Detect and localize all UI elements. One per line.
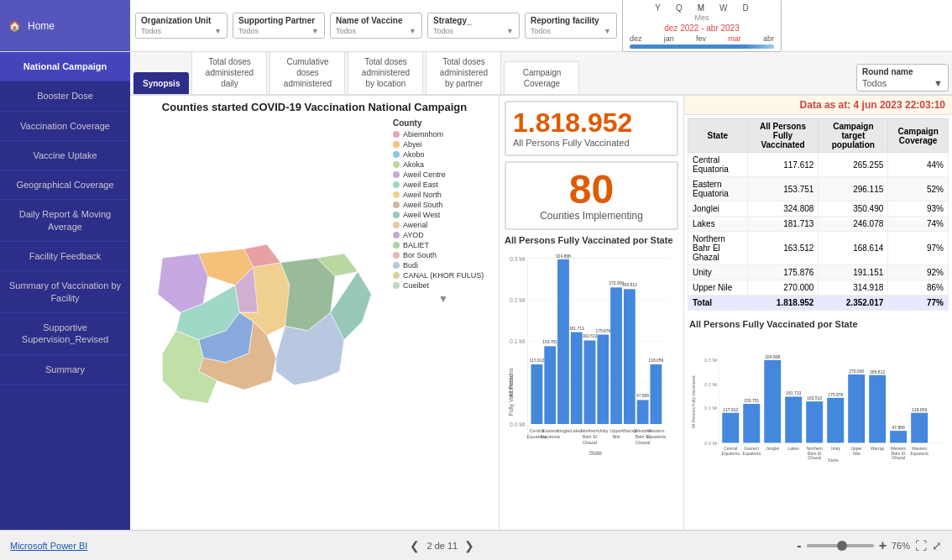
legend-item-15: Cueibet [393, 281, 494, 290]
legend-label-15: Cueibet [403, 281, 429, 290]
pagination-text: 2 de 11 [426, 541, 458, 551]
bar-central-eq[interactable] [531, 364, 543, 424]
legend-item-6: Aweil North [393, 191, 494, 199]
bar2-nbg[interactable] [806, 401, 823, 442]
bar2-eastern-eq[interactable] [743, 404, 760, 442]
round-name-select[interactable]: Todos ▼ [862, 78, 943, 88]
month-option[interactable]: M [695, 3, 707, 13]
svg-text:State: State [588, 450, 602, 456]
org-unit-select[interactable]: Todos ▼ [141, 27, 222, 35]
legend-scroll-down[interactable]: ▼ [393, 293, 494, 305]
fullscreen-icon[interactable]: ⤢ [932, 539, 942, 552]
day-option[interactable]: D [740, 3, 751, 13]
svg-text:Equatoria: Equatoria [910, 451, 928, 456]
sidebar-item-supportive-supervision[interactable]: Supportive Supervision_Revised [0, 313, 130, 355]
week-option[interactable]: W [717, 3, 730, 13]
zoom-slider[interactable] [807, 544, 874, 547]
month-fev[interactable]: fev [696, 34, 706, 43]
sidebar-home[interactable]: 🏠 Home [0, 0, 130, 51]
legend-item-14: CANAL (KHOR FULUS) [393, 271, 494, 280]
date-range-filter[interactable]: Y Q M W D Mes dez 2022 - abr 2023 dez ja… [622, 0, 782, 52]
bar2-warrap[interactable] [869, 375, 886, 443]
table-cell-coverage: 44% [888, 153, 949, 177]
svg-text:175.876: 175.876 [595, 329, 610, 333]
sidebar-item-national-campaign[interactable]: National Campaign [0, 52, 130, 81]
tab-by-location[interactable]: Total doses administered by location [348, 52, 423, 94]
bar-upper-nile[interactable] [610, 287, 622, 424]
sidebar-item-booster-dose[interactable]: Booster Dose [0, 81, 130, 111]
month-jan[interactable]: jan [664, 34, 674, 43]
bar-weq[interactable] [650, 364, 662, 424]
fit-to-screen-icon[interactable]: ⛶ [915, 539, 927, 552]
date-slider[interactable] [630, 44, 774, 49]
supporting-partner-select[interactable]: Todos ▼ [238, 27, 319, 35]
supporting-partner-filter[interactable]: Supporting Partner Todos ▼ [233, 13, 325, 39]
bar-unity[interactable] [597, 335, 609, 424]
vaccine-filter[interactable]: Name of Vaccine Todos ▼ [330, 13, 422, 39]
year-option[interactable]: Y [652, 3, 663, 13]
legend-color-4 [393, 171, 400, 178]
sidebar-item-geographical-coverage[interactable]: Geographical Coverage [0, 170, 130, 200]
svg-text:265.812: 265.812 [870, 369, 885, 374]
org-unit-filter[interactable]: Organization Unit Todos ▼ [135, 13, 228, 39]
svg-text:Warrap: Warrap [871, 446, 884, 451]
zoom-plus-button[interactable]: + [879, 538, 887, 553]
zoom-value: 76% [892, 541, 910, 551]
bar-lakes[interactable] [571, 332, 583, 424]
bar-chart-bottom-svg: 0.3 Mi 0.2 Mi 0.1 Mi 0.0 Mi All Persons … [689, 332, 947, 484]
month-mar[interactable]: mar [728, 34, 741, 43]
strategy-select[interactable]: Todos ▼ [433, 27, 514, 35]
table-row: Total1.818.9522.352.01777% [688, 296, 949, 311]
bar2-jonglei[interactable] [764, 360, 781, 443]
metrics-panel: 1.818.952 All Persons Fully Vaccinated 8… [500, 96, 684, 530]
round-name-filter[interactable]: Round name Todos ▼ [856, 64, 949, 92]
bar2-wbg[interactable] [890, 431, 907, 442]
sidebar-item-vaccine-uptake[interactable]: Vaccine Uptake [0, 141, 130, 170]
bar-warrap[interactable] [624, 289, 636, 424]
bar2-unity[interactable] [827, 398, 844, 443]
sidebar-item-facility-feedback[interactable]: Facility Feedback [0, 242, 130, 271]
tab-total-daily[interactable]: Total doses administered daily [191, 52, 267, 94]
svg-text:153.751: 153.751 [744, 398, 759, 403]
bar2-lakes[interactable] [785, 396, 802, 442]
tab-campaign-coverage[interactable]: Campaign Coverage [504, 61, 579, 94]
svg-text:118.059: 118.059 [912, 407, 927, 412]
month-abr[interactable]: abr [763, 34, 774, 43]
table-row: Lakes181.713246.07874% [688, 217, 949, 232]
vaccine-select[interactable]: Todos ▼ [336, 27, 416, 35]
sidebar-item-daily-report[interactable]: Daily Report & Moving Average [0, 200, 130, 242]
table-cell-vaccinated: 163.512 [747, 232, 819, 265]
bar2-weq[interactable] [911, 413, 928, 443]
reporting-facility-select[interactable]: Todos ▼ [531, 27, 611, 35]
sidebar-item-summary[interactable]: Summary [0, 355, 130, 385]
svg-text:0.0 Mi: 0.0 Mi [704, 441, 718, 446]
legend-color-7 [393, 201, 400, 208]
sidebar-item-vaccination-coverage[interactable]: Vaccination Coverage [0, 112, 130, 141]
state-table: State All Persons Fully Vaccinated Campa… [688, 118, 949, 311]
next-page-button[interactable]: ❯ [464, 539, 474, 552]
sidebar-item-summary-vaccination[interactable]: Summary of Vaccination by Facility [0, 271, 130, 313]
table-cell-state: Upper Nile [688, 280, 748, 296]
round-name-chevron: ▼ [934, 78, 943, 88]
table-cell-state: Lakes [688, 217, 748, 232]
content-area: Synopsis Total doses administered daily … [130, 52, 952, 530]
pagination-controls: ❮ 2 de 11 ❯ [410, 539, 474, 552]
strategy-filter[interactable]: Strategy_ Todos ▼ [427, 13, 520, 39]
bar-wbg[interactable] [637, 400, 649, 424]
quarter-option[interactable]: Q [673, 3, 685, 13]
powerbi-link[interactable]: Microsoft Power BI [10, 541, 87, 551]
map-region-wbg[interactable] [158, 254, 208, 312]
bar-jonglei[interactable] [557, 259, 569, 424]
tab-by-partner[interactable]: Total doses administered by partner [426, 52, 501, 94]
prev-page-button[interactable]: ❮ [410, 539, 420, 552]
bar2-central-eq[interactable] [722, 413, 739, 443]
reporting-facility-filter[interactable]: Reporting facility Todos ▼ [525, 13, 617, 39]
bar2-upper-nile[interactable] [848, 374, 865, 442]
month-dez[interactable]: dez [630, 34, 642, 43]
bar-eastern-eq[interactable] [544, 346, 556, 424]
bar-nbg[interactable] [584, 340, 596, 424]
zoom-minus-button[interactable]: - [797, 538, 801, 553]
vaccine-chevron: ▼ [409, 27, 416, 35]
tab-synopsis[interactable]: Synopsis [133, 72, 189, 94]
tab-cumulative[interactable]: Cumulative doses administered [269, 52, 345, 94]
